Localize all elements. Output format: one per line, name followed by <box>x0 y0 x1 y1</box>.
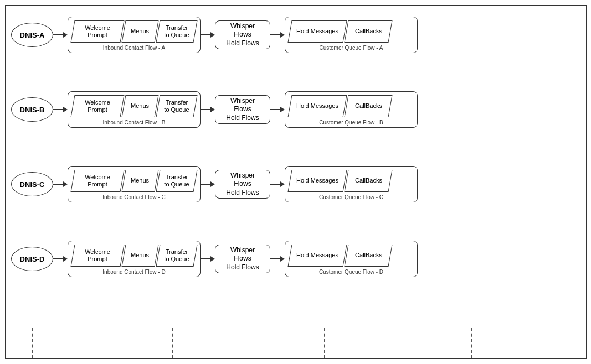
arrow-dnis-to-inbound-C <box>53 181 68 187</box>
menus-B: Menus <box>121 95 158 117</box>
arrow-dnis-to-inbound-A <box>53 32 68 38</box>
arrow-inbound-to-whisper-C <box>201 181 215 187</box>
dnis-oval-C: DNIS-C <box>11 172 53 196</box>
queue-label-B: Customer Queue Flow - B <box>285 119 417 126</box>
queue-label-D: Customer Queue Flow - D <box>285 269 417 275</box>
welcome-prompt-A: Welcome Prompt <box>70 20 124 43</box>
welcome-prompt-C: Welcome Prompt <box>70 170 124 192</box>
inbound-box-D: Welcome Prompt Menus Transfer to Queue I… <box>68 241 201 277</box>
hold-messages-B: Hold Messages <box>287 95 347 117</box>
queue-label-C: Customer Queue Flow - C <box>285 194 417 200</box>
transfer-queue-D: Transfer to Queue <box>156 245 197 267</box>
row-B: DNIS-B Welcome Prompt Menus Transfer to … <box>11 91 586 128</box>
callbacks-B: CallBacks <box>344 95 392 117</box>
transfer-queue-A: Transfer to Queue <box>156 20 197 43</box>
dashed-line-4 <box>471 328 472 358</box>
arrow-inbound-to-whisper-B <box>201 107 215 112</box>
arrow-whisper-to-queue-C <box>270 181 285 187</box>
hold-messages-D: Hold Messages <box>287 245 347 267</box>
row-C: DNIS-C Welcome Prompt Menus Transfer to … <box>11 166 586 202</box>
queue-box-C: Hold Messages CallBacks Customer Queue F… <box>285 166 418 202</box>
inbound-label-D: Inbound Contact Flow - D <box>68 269 200 275</box>
dnis-oval-D: DNIS-D <box>11 247 53 271</box>
callbacks-C: CallBacks <box>344 170 392 192</box>
arrow-dnis-to-inbound-D <box>53 256 68 262</box>
dashed-line-3 <box>324 328 325 358</box>
arrow-inbound-to-whisper-A <box>201 32 215 38</box>
welcome-prompt-D: Welcome Prompt <box>70 245 124 267</box>
whisper-box-C: Whisper Flows Hold Flows <box>215 170 270 199</box>
callbacks-D: CallBacks <box>344 245 392 267</box>
whisper-box-D: Whisper Flows Hold Flows <box>215 245 270 273</box>
inbound-label-B: Inbound Contact Flow - B <box>68 119 200 126</box>
welcome-prompt-B: Welcome Prompt <box>70 95 124 117</box>
dashed-line-2 <box>172 328 173 358</box>
inbound-box-A: Welcome Prompt Menus Transfer to Queue I… <box>68 17 201 53</box>
menus-A: Menus <box>121 20 158 43</box>
inbound-label-A: Inbound Contact Flow - A <box>68 45 200 51</box>
row-A: DNIS-A Welcome Prompt Menus Transfer to … <box>11 17 586 53</box>
dnis-oval-B: DNIS-B <box>11 97 53 122</box>
menus-D: Menus <box>121 245 158 267</box>
queue-box-A: Hold Messages CallBacks Customer Queue F… <box>285 17 418 53</box>
arrow-whisper-to-queue-D <box>270 256 285 262</box>
arrow-whisper-to-queue-A <box>270 32 285 38</box>
hold-messages-C: Hold Messages <box>287 170 347 192</box>
transfer-queue-B: Transfer to Queue <box>156 95 197 117</box>
whisper-box-A: Whisper Flows Hold Flows <box>215 20 270 49</box>
diagram-container: DNIS-A Welcome Prompt Menus Transfer to … <box>5 5 587 359</box>
arrow-whisper-to-queue-B <box>270 107 285 112</box>
arrow-dnis-to-inbound-B <box>53 107 68 112</box>
row-D: DNIS-D Welcome Prompt Menus Transfer to … <box>11 241 586 277</box>
whisper-box-B: Whisper Flows Hold Flows <box>215 95 270 124</box>
arrow-inbound-to-whisper-D <box>201 256 215 262</box>
menus-C: Menus <box>121 170 158 192</box>
inbound-box-C: Welcome Prompt Menus Transfer to Queue I… <box>68 166 201 202</box>
dashed-line-1 <box>32 328 33 358</box>
queue-box-B: Hold Messages CallBacks Customer Queue F… <box>285 91 418 128</box>
queue-box-D: Hold Messages CallBacks Customer Queue F… <box>285 241 418 277</box>
callbacks-A: CallBacks <box>344 20 392 43</box>
inbound-box-B: Welcome Prompt Menus Transfer to Queue I… <box>68 91 201 128</box>
transfer-queue-C: Transfer to Queue <box>156 170 197 192</box>
queue-label-A: Customer Queue Flow - A <box>285 45 417 51</box>
inbound-label-C: Inbound Contact Flow - C <box>68 194 200 200</box>
dnis-oval-A: DNIS-A <box>11 23 53 47</box>
hold-messages-A: Hold Messages <box>287 20 347 43</box>
